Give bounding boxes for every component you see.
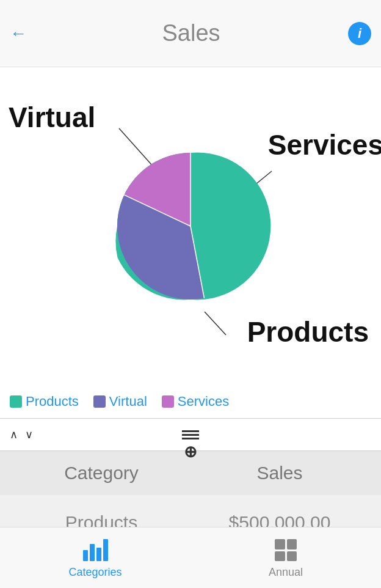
legend-dot-products	[10, 395, 22, 408]
nav-label-annual: Annual	[269, 566, 303, 579]
annual-icon	[272, 537, 299, 564]
nav-item-categories[interactable]: Categories	[0, 527, 191, 588]
grid-cell-2	[287, 539, 297, 549]
legend-item-services: Services	[162, 394, 229, 410]
crosshair-icon[interactable]: ⊕	[184, 443, 197, 461]
nav-item-annual[interactable]: Annual	[191, 527, 381, 588]
grid-cell-4	[287, 551, 297, 562]
chart-area: Virtual Services Products	[0, 67, 381, 385]
legend-label-services: Services	[178, 394, 229, 410]
column-header-category: Category	[12, 463, 191, 483]
pie-chart	[108, 144, 273, 309]
chart-label-products: Products	[247, 315, 369, 348]
svg-line-2	[205, 312, 226, 335]
header: ← Sales i	[0, 0, 381, 67]
grid-icon	[275, 539, 297, 561]
bar-4	[103, 539, 108, 561]
chart-label-services: Services	[268, 128, 381, 161]
sort-up-button[interactable]: ∧	[10, 428, 18, 441]
bar-chart-icon	[83, 539, 108, 561]
nav-label-categories: Categories	[68, 566, 122, 579]
menu-bar-3	[182, 438, 199, 439]
sort-down-button[interactable]: ∨	[25, 428, 33, 441]
sort-menu-button[interactable]	[182, 430, 199, 439]
legend-label-virtual: Virtual	[109, 394, 147, 410]
pie-svg	[108, 144, 273, 309]
legend-dot-virtual	[93, 395, 106, 408]
column-header-sales: Sales	[191, 463, 369, 483]
menu-bar-2	[182, 434, 199, 436]
legend: Products Virtual Services	[0, 385, 381, 418]
sort-arrow-buttons: ∧ ∨	[10, 428, 33, 441]
info-button[interactable]: i	[348, 22, 371, 45]
grid-cell-3	[275, 551, 285, 562]
bottom-nav: Categories Annual	[0, 527, 381, 588]
page-title: Sales	[34, 20, 348, 46]
legend-item-products: Products	[10, 394, 79, 410]
sort-controls: ∧ ∨ ⊕	[0, 418, 381, 451]
back-button[interactable]: ←	[10, 24, 34, 43]
bar-1	[83, 550, 88, 561]
legend-label-products: Products	[26, 394, 79, 410]
bar-2	[90, 544, 95, 561]
pie-chart-paths	[117, 153, 264, 300]
menu-bar-1	[182, 430, 199, 432]
legend-dot-services	[162, 395, 174, 408]
grid-cell-1	[275, 539, 285, 549]
bar-3	[96, 548, 101, 561]
legend-item-virtual: Virtual	[93, 394, 147, 410]
products-slice	[191, 153, 264, 298]
chart-label-virtual: Virtual	[9, 101, 95, 134]
categories-icon	[82, 537, 109, 564]
